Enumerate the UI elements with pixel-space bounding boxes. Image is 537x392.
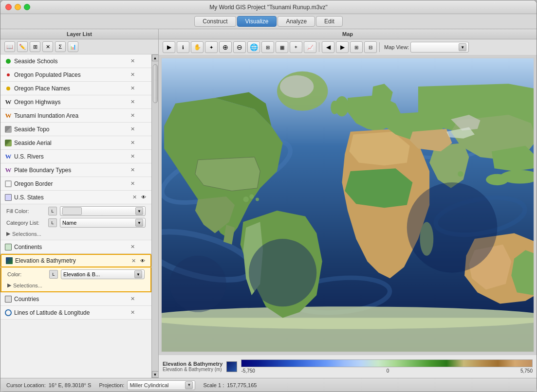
fill-color-dropdown[interactable]: ▼ <box>60 206 146 216</box>
map-canvas[interactable] <box>161 57 535 353</box>
tab-construct[interactable]: Construct <box>194 16 236 27</box>
layer-eye-us-states[interactable]: 👁 <box>140 194 148 201</box>
layer-close-elevation[interactable]: ✕ <box>130 257 137 264</box>
layer-item-oregon-highways[interactable]: W Oregon Highways ✕ <box>0 95 151 109</box>
map-tool-grid1[interactable]: ⊞ <box>261 41 274 53</box>
layer-close-plate-boundary[interactable]: ✕ <box>129 167 136 174</box>
projection-arrow[interactable]: ▼ <box>185 381 193 389</box>
layer-item-oregon-populated-places[interactable]: Oregon Populated Places ✕ <box>0 68 151 82</box>
layer-item-seaside-aerial[interactable]: Seaside Aerial ✕ <box>0 136 151 150</box>
map-extent-btn1[interactable]: ⊞ <box>350 41 363 53</box>
tab-visualize[interactable]: Visualize <box>237 16 277 27</box>
elevation-color-icon-btn[interactable]: L <box>49 270 58 279</box>
maximize-button[interactable] <box>24 4 30 10</box>
tab-analyze[interactable]: Analyze <box>278 16 315 27</box>
layer-name-elevation: Elevation & Bathymetry <box>15 257 128 264</box>
layer-item-us-rivers[interactable]: W U.S. Rivers ✕ <box>0 150 151 163</box>
map-tool-zoom-out[interactable]: ⊖ <box>233 41 246 53</box>
layer-list-header: Layer List <box>0 29 158 39</box>
fill-color-swatch <box>62 207 82 215</box>
legend-zero: 0 <box>387 368 389 374</box>
map-nav-back[interactable]: ◀ <box>322 41 334 53</box>
layer-item-us-states[interactable]: U.S. States ✕ 👁 <box>0 191 151 204</box>
panel-chart-btn[interactable]: 📊 <box>68 41 78 52</box>
map-tool-globe[interactable]: 🌐 <box>247 41 260 53</box>
layer-item-countries[interactable]: Countries ✕ <box>0 292 151 306</box>
map-tool-select[interactable]: ▶ <box>163 41 175 53</box>
traffic-lights <box>5 4 30 10</box>
panel-table-btn[interactable]: ⊞ <box>30 41 40 52</box>
map-tool-grid2[interactable]: ▦ <box>276 41 288 53</box>
projection-section: Projection: Miller Cylindrical ▼ <box>99 380 195 390</box>
scroll-thumb[interactable] <box>153 64 158 103</box>
map-tool-info[interactable]: ℹ <box>177 41 189 53</box>
projection-dropdown[interactable]: Miller Cylindrical ▼ <box>127 380 195 390</box>
scroll-down-btn[interactable]: ▼ <box>152 371 159 378</box>
layer-icon-elevation <box>5 257 13 265</box>
map-tool-crosshair[interactable]: ⌖ <box>290 41 302 53</box>
elevation-selections[interactable]: ▶ Selections... <box>7 281 145 289</box>
layer-scrollbar[interactable]: ▲ ▼ <box>151 54 158 378</box>
layer-item-seaside-topo[interactable]: Seaside Topo ✕ <box>0 123 151 136</box>
layer-eye-elevation[interactable]: 👁 <box>139 257 147 265</box>
layer-close-seaside-schools[interactable]: ✕ <box>129 58 136 65</box>
map-tool-pan[interactable]: ✋ <box>191 41 204 53</box>
map-tool-zoom-in[interactable]: ⊕ <box>219 41 232 53</box>
map-toolbar: ▶ ℹ ✋ ✦ ⊕ ⊖ 🌐 ⊞ ▦ ⌖ 📈 ◀ ▶ ⊞ ⊟ Map View: <box>159 39 537 55</box>
category-list-arrow[interactable]: ▼ <box>135 219 143 227</box>
layer-close-us-states[interactable]: ✕ <box>131 194 138 201</box>
layer-close-tsunami[interactable]: ✕ <box>129 112 136 119</box>
layer-close-seaside-topo[interactable]: ✕ <box>129 126 136 133</box>
map-view-dropdown[interactable]: ▼ <box>410 42 469 53</box>
world-map-svg <box>162 58 534 352</box>
legend-colorbar <box>241 359 533 367</box>
elevation-color-dropdown[interactable]: Elevation & B... ▼ <box>61 269 145 279</box>
minimize-button[interactable] <box>15 4 21 10</box>
legend-title: Elevation & Bathymetry <box>163 361 222 367</box>
tab-bar: Construct Visualize Analyze Edit <box>0 14 537 29</box>
panel-delete-btn[interactable]: ✕ <box>42 41 53 52</box>
map-header: Map <box>159 29 537 39</box>
panel-sum-btn[interactable]: Σ <box>55 41 66 52</box>
map-nav-forward[interactable]: ▶ <box>336 41 349 53</box>
close-button[interactable] <box>5 4 12 10</box>
layer-item-lat-lon[interactable]: Lines of Latitude & Longitude ✕ <box>0 306 151 320</box>
panel-book-btn[interactable]: 📖 <box>4 41 15 52</box>
us-states-selections[interactable]: ▶ Selections... <box>6 230 146 238</box>
layer-item-oregon-place-names[interactable]: Oregon Place Names ✕ <box>0 82 151 95</box>
layer-name-oregon-place-names: Oregon Place Names <box>14 85 127 92</box>
layer-close-oregon-highways[interactable]: ✕ <box>129 99 136 106</box>
selections-arrow: ▶ <box>6 231 10 237</box>
layer-close-continents[interactable]: ✕ <box>129 244 136 250</box>
layer-close-lat-lon[interactable]: ✕ <box>129 309 136 316</box>
panel-edit-btn[interactable]: ✏️ <box>17 41 28 52</box>
map-tool-chart[interactable]: 📈 <box>304 41 316 53</box>
layer-close-seaside-aerial[interactable]: ✕ <box>129 140 136 146</box>
fill-color-arrow[interactable]: ▼ <box>135 207 143 215</box>
category-list-dropdown[interactable]: Name ▼ <box>60 218 146 228</box>
layer-close-oregon-populated[interactable]: ✕ <box>129 71 136 78</box>
svg-point-15 <box>249 239 316 306</box>
layer-icon-us-states <box>4 194 12 201</box>
tab-edit[interactable]: Edit <box>316 16 343 27</box>
layer-close-oregon-place-names[interactable]: ✕ <box>129 85 136 92</box>
map-extent-btn2[interactable]: ⊟ <box>364 41 377 53</box>
fill-color-icon-btn[interactable]: L <box>48 207 57 215</box>
layer-item-continents[interactable]: Continents ✕ <box>0 240 151 254</box>
layer-item-plate-boundary[interactable]: W Plate Boundary Types ✕ <box>0 163 151 177</box>
layer-item-tsunami[interactable]: W Tsunami Inundation Area ✕ <box>0 109 151 123</box>
layer-item-oregon-border[interactable]: Oregon Border ✕ <box>0 177 151 191</box>
layer-close-us-rivers[interactable]: ✕ <box>129 153 136 160</box>
layer-item-elevation[interactable]: Elevation & Bathymetry ✕ 👁 <box>0 254 151 267</box>
scroll-up-btn[interactable]: ▲ <box>152 54 159 61</box>
map-tool-zoom-box[interactable]: ✦ <box>205 41 218 53</box>
layer-icon-oregon-border <box>4 180 12 188</box>
layer-close-countries[interactable]: ✕ <box>129 296 136 303</box>
map-view-arrow[interactable]: ▼ <box>459 43 466 51</box>
layer-item-seaside-schools[interactable]: Seaside Schools ✕ <box>0 54 151 68</box>
projection-label: Projection: <box>99 382 124 388</box>
layer-close-oregon-border[interactable]: ✕ <box>129 180 136 187</box>
scale-value: 157,775,165 <box>227 382 257 388</box>
elevation-color-arrow[interactable]: ▼ <box>134 270 142 278</box>
category-list-icon-btn[interactable]: L <box>48 218 57 227</box>
